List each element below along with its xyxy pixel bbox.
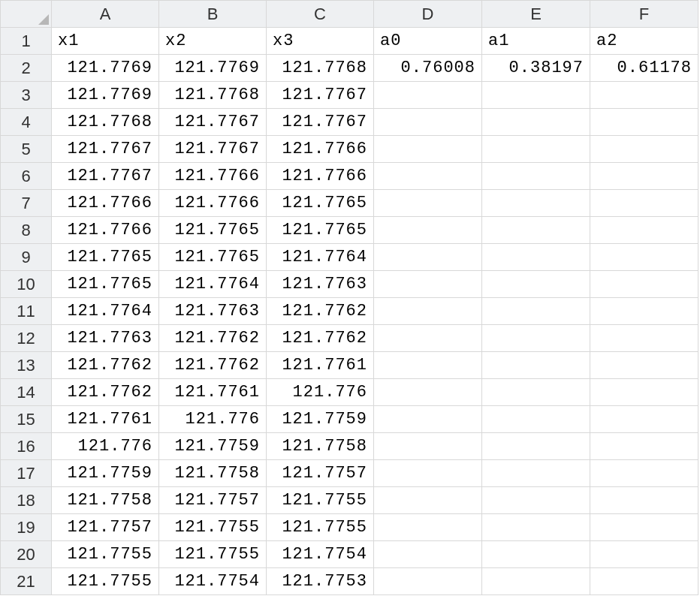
cell-E12[interactable] [482,325,590,352]
cell-D10[interactable] [374,271,482,298]
cell-C15[interactable]: 121.7759 [267,406,374,433]
cell-B5[interactable]: 121.7767 [159,136,267,163]
cell-A10[interactable]: 121.7765 [52,271,159,298]
cell-D3[interactable] [374,82,482,109]
cell-E11[interactable] [482,298,590,325]
row-header-17[interactable]: 17 [1,460,52,487]
cell-C8[interactable]: 121.7765 [267,217,374,244]
cell-B16[interactable]: 121.7759 [159,433,267,460]
cell-D6[interactable] [374,163,482,190]
cell-D5[interactable] [374,136,482,163]
cell-A6[interactable]: 121.7767 [52,163,159,190]
cell-B11[interactable]: 121.7763 [159,298,267,325]
cell-C18[interactable]: 121.7755 [267,487,374,514]
cell-E6[interactable] [482,163,590,190]
row-header-7[interactable]: 7 [1,190,52,217]
cell-E17[interactable] [482,460,590,487]
cell-F12[interactable] [590,325,698,352]
cell-A7[interactable]: 121.7766 [52,190,159,217]
cell-E19[interactable] [482,514,590,541]
cell-B17[interactable]: 121.7758 [159,460,267,487]
cell-A9[interactable]: 121.7765 [52,244,159,271]
cell-A13[interactable]: 121.7762 [52,352,159,379]
cell-D7[interactable] [374,190,482,217]
cell-A11[interactable]: 121.7764 [52,298,159,325]
cell-D15[interactable] [374,406,482,433]
cell-B6[interactable]: 121.7766 [159,163,267,190]
row-header-19[interactable]: 19 [1,514,52,541]
cell-F14[interactable] [590,379,698,406]
spreadsheet-grid[interactable]: A B C D E F 1x1x2x3a0a1a22121.7769121.77… [0,0,698,595]
cell-D13[interactable] [374,352,482,379]
cell-D19[interactable] [374,514,482,541]
cell-F13[interactable] [590,352,698,379]
cell-A15[interactable]: 121.7761 [52,406,159,433]
cell-D11[interactable] [374,298,482,325]
column-header-E[interactable]: E [482,1,590,28]
cell-E8[interactable] [482,217,590,244]
cell-E14[interactable] [482,379,590,406]
cell-A16[interactable]: 121.776 [52,433,159,460]
cell-F8[interactable] [590,217,698,244]
cell-C3[interactable]: 121.7767 [267,82,374,109]
cell-C20[interactable]: 121.7754 [267,541,374,568]
row-header-14[interactable]: 14 [1,379,52,406]
cell-A17[interactable]: 121.7759 [52,460,159,487]
cell-B15[interactable]: 121.776 [159,406,267,433]
cell-A5[interactable]: 121.7767 [52,136,159,163]
cell-F11[interactable] [590,298,698,325]
cell-D20[interactable] [374,541,482,568]
cell-D17[interactable] [374,460,482,487]
cell-C1[interactable]: x3 [267,28,374,55]
cell-B8[interactable]: 121.7765 [159,217,267,244]
column-header-F[interactable]: F [590,1,698,28]
row-header-12[interactable]: 12 [1,325,52,352]
row-header-13[interactable]: 13 [1,352,52,379]
cell-D18[interactable] [374,487,482,514]
cell-C14[interactable]: 121.776 [267,379,374,406]
cell-F6[interactable] [590,163,698,190]
row-header-11[interactable]: 11 [1,298,52,325]
cell-E13[interactable] [482,352,590,379]
cell-B3[interactable]: 121.7768 [159,82,267,109]
cell-F7[interactable] [590,190,698,217]
cell-B10[interactable]: 121.7764 [159,271,267,298]
cell-C6[interactable]: 121.7766 [267,163,374,190]
cell-A8[interactable]: 121.7766 [52,217,159,244]
cell-F4[interactable] [590,109,698,136]
cell-D14[interactable] [374,379,482,406]
cell-F17[interactable] [590,460,698,487]
cell-C4[interactable]: 121.7767 [267,109,374,136]
cell-F15[interactable] [590,406,698,433]
cell-E16[interactable] [482,433,590,460]
cell-D8[interactable] [374,217,482,244]
column-header-D[interactable]: D [374,1,482,28]
cell-E7[interactable] [482,190,590,217]
cell-C19[interactable]: 121.7755 [267,514,374,541]
cell-D2[interactable]: 0.76008 [374,55,482,82]
cell-C21[interactable]: 121.7753 [267,568,374,595]
cell-B7[interactable]: 121.7766 [159,190,267,217]
cell-B13[interactable]: 121.7762 [159,352,267,379]
row-header-4[interactable]: 4 [1,109,52,136]
cell-F9[interactable] [590,244,698,271]
cell-F10[interactable] [590,271,698,298]
cell-F18[interactable] [590,487,698,514]
cell-D16[interactable] [374,433,482,460]
cell-F20[interactable] [590,541,698,568]
row-header-9[interactable]: 9 [1,244,52,271]
cell-E20[interactable] [482,541,590,568]
cell-F3[interactable] [590,82,698,109]
cell-A4[interactable]: 121.7768 [52,109,159,136]
cell-A19[interactable]: 121.7757 [52,514,159,541]
cell-C16[interactable]: 121.7758 [267,433,374,460]
cell-A12[interactable]: 121.7763 [52,325,159,352]
row-header-10[interactable]: 10 [1,271,52,298]
cell-E21[interactable] [482,568,590,595]
cell-E15[interactable] [482,406,590,433]
cell-B18[interactable]: 121.7757 [159,487,267,514]
cell-A3[interactable]: 121.7769 [52,82,159,109]
row-header-18[interactable]: 18 [1,487,52,514]
cell-B20[interactable]: 121.7755 [159,541,267,568]
cell-C2[interactable]: 121.7768 [267,55,374,82]
